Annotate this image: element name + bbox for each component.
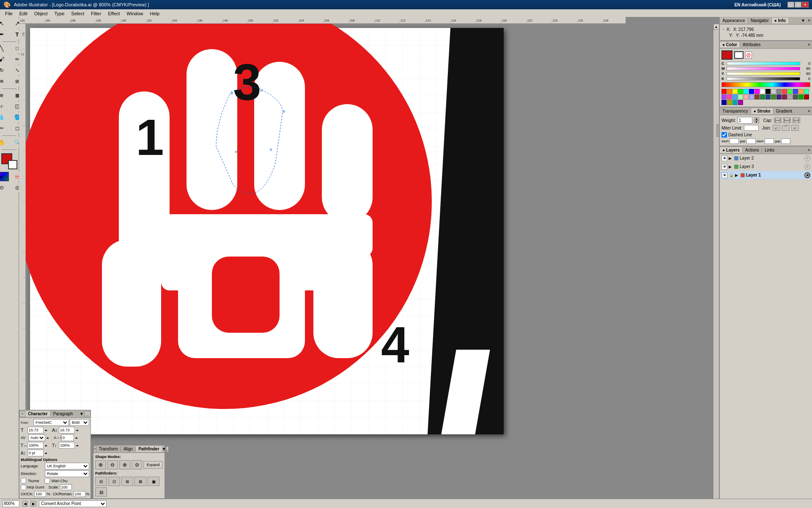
tab-appearance[interactable]: Appearance — [720, 18, 748, 23]
color-swatch-cell[interactable] — [787, 89, 793, 94]
leading-spinner[interactable]: ⏶ — [76, 428, 81, 432]
color-swatch-cell[interactable] — [754, 89, 760, 94]
color-swatch-cell[interactable] — [776, 94, 782, 99]
track-spinner[interactable]: ⏶ — [75, 436, 80, 440]
stroke-color-swatch[interactable] — [734, 51, 743, 59]
color-swatch-cell[interactable] — [738, 94, 743, 99]
cjk-roman-input[interactable] — [74, 491, 85, 497]
transform-minimize-btn[interactable]: _ — [166, 446, 168, 452]
nav-next-btn[interactable]: ▶ — [30, 501, 36, 507]
minus-back-btn[interactable]: ▤ — [95, 487, 107, 497]
minus-front-btn[interactable]: ⊖ — [107, 460, 118, 469]
normal-mode-btn[interactable]: ⊙ — [0, 183, 9, 192]
color-swatch-cell[interactable] — [765, 94, 771, 99]
eyedropper-tool[interactable]: 💧 — [0, 113, 9, 122]
hand-tool[interactable]: ✋ — [0, 138, 9, 147]
char-minimize-btn[interactable]: _ — [85, 411, 91, 417]
outline-btn[interactable]: ▣ — [148, 477, 159, 486]
intersect-btn[interactable]: ⊗ — [119, 460, 130, 469]
scissors-tool[interactable]: ✂ — [0, 124, 9, 133]
color-swatch-cell[interactable] — [798, 94, 804, 99]
mesh-tool[interactable]: ⊹ — [0, 102, 9, 111]
menu-item-file[interactable]: File — [2, 11, 16, 17]
stroke-join-miter-btn[interactable]: ⌐ — [773, 125, 780, 131]
dash-input-1[interactable] — [730, 138, 739, 144]
tab-gradient[interactable]: Gradient — [773, 108, 795, 114]
tab-actions[interactable]: Actions — [742, 147, 762, 153]
line-tool[interactable]: ╲ — [0, 44, 9, 53]
v-scale-input[interactable] — [59, 442, 75, 449]
tab-paragraph[interactable]: Paragraph — [50, 411, 76, 417]
stroke-cap-round-btn[interactable]: )—( — [783, 117, 791, 123]
trim-btn[interactable]: ⊡ — [108, 477, 120, 486]
menu-item-select[interactable]: Select — [68, 11, 88, 17]
leading-input[interactable] — [59, 427, 75, 433]
pen-tool[interactable]: ✒ — [0, 30, 9, 39]
layer-1-lock[interactable]: 🔒 — [729, 173, 734, 178]
gap-input-2[interactable] — [781, 138, 790, 144]
color-swatch-cell[interactable] — [782, 89, 787, 94]
color-swatch-cell[interactable] — [738, 100, 743, 105]
tool-info-select[interactable]: Convert Anchor Point — [39, 500, 107, 507]
layer-3-target[interactable]: ○ — [804, 164, 810, 170]
nav-prev-btn[interactable]: ◀ — [22, 501, 28, 507]
char-close-btn[interactable]: × — [19, 411, 25, 417]
warp-tool[interactable]: ≋ — [0, 77, 9, 86]
scrollbar-vertical[interactable]: ▲ ▼ — [713, 24, 719, 508]
color-swatch-cell[interactable] — [738, 89, 743, 94]
fill-color-swatch[interactable] — [721, 50, 732, 60]
stroke-weight-input[interactable] — [738, 117, 752, 124]
wari-chu-checkbox[interactable] — [44, 478, 50, 483]
color-swatch-cell[interactable] — [727, 89, 732, 94]
tab-navigator[interactable]: Navigator — [748, 18, 772, 23]
transform-close-btn[interactable]: × — [93, 446, 96, 452]
color-swatch-cell[interactable] — [732, 94, 738, 99]
stroke-join-round-btn[interactable]: ⌒ — [782, 125, 790, 131]
scroll-up-btn[interactable]: ▲ — [713, 24, 719, 30]
color-swatch-cell[interactable] — [782, 94, 787, 99]
baseline-spinner[interactable]: ⏶ — [44, 451, 49, 455]
tab-info[interactable]: ● Info — [772, 18, 788, 23]
layer-2-eye[interactable]: 👁 — [721, 155, 727, 161]
color-btn[interactable]: ◈ — [0, 172, 9, 181]
tab-links[interactable]: Links — [762, 147, 777, 153]
layer-1-eye[interactable]: 👁 — [721, 172, 727, 178]
cjk-ck-input[interactable] — [34, 491, 46, 497]
color-swatch-cell[interactable] — [793, 94, 798, 99]
symbol-tool[interactable]: ⊛ — [0, 91, 9, 100]
color-swatch-cell[interactable] — [804, 89, 809, 94]
menu-item-type[interactable]: Type — [51, 11, 68, 17]
color-swatch-cell[interactable] — [771, 94, 776, 99]
char-expand-btn[interactable]: ▼ — [79, 411, 85, 417]
scale-input[interactable] — [60, 484, 72, 490]
color-c-slider[interactable] — [727, 62, 800, 65]
stroke-panel-close-btn[interactable]: × — [806, 108, 812, 114]
menu-item-effect[interactable]: Effect — [104, 11, 123, 17]
direction-select[interactable]: Rotate — [45, 470, 89, 477]
vscale-spinner[interactable]: ⏶ — [76, 444, 81, 447]
layer-3-eye[interactable]: 👁 — [721, 164, 727, 170]
color-swatch-cell[interactable] — [776, 89, 782, 94]
tab-transform[interactable]: Transform — [96, 446, 121, 452]
color-swatch-cell[interactable] — [754, 94, 760, 99]
tab-align[interactable]: Align — [121, 446, 136, 452]
tab-pathfinder-active[interactable]: Pathfinder — [136, 446, 162, 452]
color-spectrum-bar[interactable] — [721, 82, 810, 87]
layer-3-arrow[interactable]: ▶ — [729, 165, 733, 169]
color-swatch-cell[interactable] — [727, 94, 732, 99]
layer-1-arrow[interactable]: ▶ — [735, 173, 739, 177]
color-none-btn[interactable]: ⊘ — [745, 52, 752, 58]
moji-gumi-checkbox[interactable] — [21, 485, 26, 490]
color-panel-close-btn[interactable]: × — [806, 42, 812, 48]
color-swatch-cell[interactable] — [732, 100, 738, 105]
stroke-cap-square-btn[interactable]: |—| — [793, 117, 800, 123]
layer-2-arrow[interactable]: ▶ — [729, 156, 733, 160]
panel-options-btn[interactable]: ▼ — [800, 18, 806, 24]
color-swatch-cell[interactable] — [804, 94, 809, 99]
layer-2-target[interactable]: ○ — [804, 155, 810, 161]
color-k-slider[interactable] — [727, 77, 800, 80]
gap-input-1[interactable] — [746, 138, 756, 144]
tab-attributes[interactable]: Attributes — [740, 42, 763, 47]
crop-btn[interactable]: ⊠ — [134, 477, 146, 486]
tsume-checkbox[interactable] — [21, 478, 26, 483]
